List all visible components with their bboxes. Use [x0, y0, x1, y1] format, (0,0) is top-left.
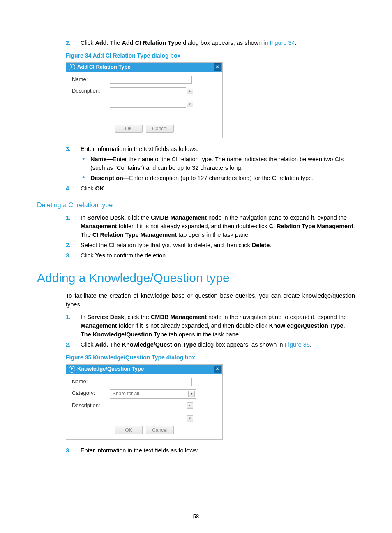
step-number: 1.	[66, 213, 81, 239]
step-text: Enter information in the text fields as …	[81, 145, 355, 153]
scroll-down-icon[interactable]: ▼	[187, 415, 193, 422]
del-step-2: 2. Select the CI relation type that you …	[66, 241, 355, 250]
close-button[interactable]: ×	[214, 63, 221, 71]
description-label: Description:	[72, 87, 110, 95]
figure-35-link[interactable]: Figure 35	[285, 341, 310, 348]
step-text: Enter information in the text fields as …	[81, 446, 355, 455]
dialog-title-text: Add CI Relation Type	[77, 63, 214, 71]
plus-icon: +	[69, 366, 75, 373]
kq-step-1: 1. In Service Desk, click the CMDB Manag…	[66, 313, 355, 339]
step-2: 2. Click Add. The Add CI Relation Type d…	[66, 39, 355, 47]
plus-icon: +	[69, 64, 75, 70]
name-input[interactable]	[110, 76, 192, 84]
heading-adding-knowledge-question-type: Adding a Knowledge/Question type	[37, 269, 355, 287]
scroll-up-icon[interactable]: ▲	[187, 402, 193, 409]
heading-deleting-ci-relation-type: Deleting a CI relation type	[37, 200, 355, 210]
bullet-icon: •	[82, 155, 90, 172]
step-number: 3.	[66, 251, 81, 260]
dialog-titlebar: + Knowledge/Question Type ×	[66, 365, 222, 374]
name-label: Name:	[72, 378, 110, 386]
step-number: 3.	[66, 145, 81, 153]
last-step-3: 3. Enter information in the text fields …	[66, 446, 355, 455]
name-input[interactable]	[110, 378, 192, 386]
step-number: 3.	[66, 446, 81, 455]
step-number: 2.	[66, 241, 81, 250]
category-value: Share for all	[113, 390, 139, 397]
cancel-button[interactable]: Cancel	[146, 426, 174, 434]
close-button[interactable]: ×	[214, 366, 221, 373]
figure-34-link[interactable]: Figure 34	[270, 39, 295, 46]
step-number: 1.	[66, 313, 81, 339]
step-3: 3. Enter information in the text fields …	[66, 145, 355, 153]
chevron-down-icon: ▾	[188, 391, 195, 397]
del-step-3: 3. Click Yes to confirm the deletion.	[66, 251, 355, 260]
name-label: Name:	[72, 76, 110, 83]
step-number: 4.	[66, 184, 81, 193]
description-label: Description:	[72, 402, 110, 410]
cancel-button[interactable]: Cancel	[146, 125, 174, 133]
ok-button[interactable]: OK	[115, 426, 143, 434]
step-number: 2.	[66, 341, 81, 349]
page-number: 58	[0, 513, 392, 521]
intro-paragraph: To facilitate the creation of knowledge …	[66, 292, 355, 309]
figure-35-caption: Figure 35 Knowledge/Question Type dialog…	[66, 353, 355, 362]
bullet-icon: •	[82, 174, 90, 183]
bullet-name: • Name—Enter the name of the CI relation…	[82, 155, 355, 172]
bullet-description: • Description—Enter a description (up to…	[82, 174, 355, 183]
kq-step-2: 2. Click Add. The Knowledge/Question Typ…	[66, 341, 355, 349]
scroll-up-icon[interactable]: ▲	[187, 88, 193, 94]
ok-button[interactable]: OK	[115, 125, 143, 133]
add-ci-relation-type-dialog: + Add CI Relation Type × Name: Descripti…	[66, 62, 223, 138]
category-label: Category:	[72, 389, 110, 397]
step-number: 2.	[66, 39, 81, 47]
scroll-down-icon[interactable]: ▼	[187, 101, 193, 107]
category-select[interactable]: Share for all ▾	[110, 389, 196, 399]
step-4: 4. Click OK.	[66, 184, 355, 193]
dialog-title-text: Knowledge/Question Type	[77, 365, 214, 373]
del-step-1: 1. In Service Desk, click the CMDB Manag…	[66, 213, 355, 239]
figure-34-caption: Figure 34 Add CI Relation Type dialog bo…	[66, 51, 355, 60]
description-textarea[interactable]: ▲ ▼	[110, 402, 186, 422]
knowledge-question-type-dialog: + Knowledge/Question Type × Name: Catego…	[66, 364, 223, 440]
description-textarea[interactable]: ▲ ▼	[110, 87, 186, 108]
dialog-titlebar: + Add CI Relation Type ×	[66, 63, 222, 72]
step-text: Click Add. The Add CI Relation Type dial…	[81, 39, 355, 47]
